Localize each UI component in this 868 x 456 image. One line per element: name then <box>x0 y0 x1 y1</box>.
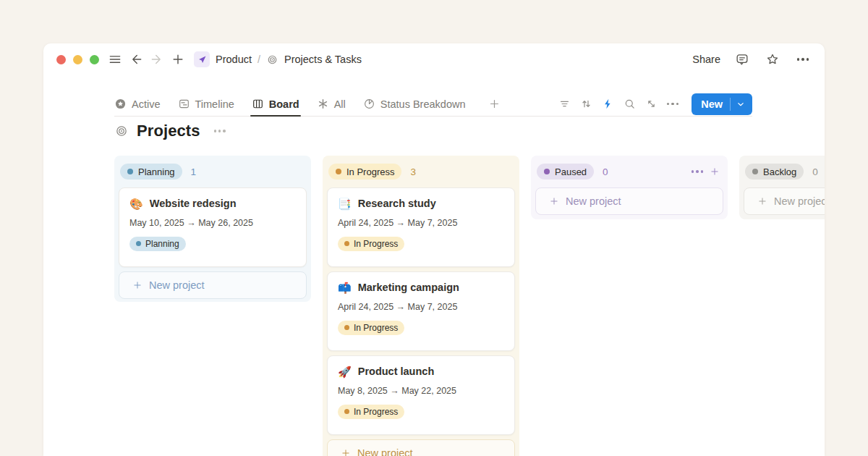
new-page-plus-icon[interactable] <box>169 51 187 68</box>
plus-icon <box>341 448 351 456</box>
new-project-button[interactable]: New project <box>327 439 515 456</box>
status-dot-icon <box>544 169 550 174</box>
search-icon[interactable] <box>621 96 638 113</box>
column-header: Paused 0 <box>537 161 722 182</box>
new-project-button[interactable]: New project <box>119 271 307 299</box>
page-target-icon <box>266 54 278 66</box>
card-emoji-icon: 🚀 <box>338 366 352 377</box>
status-badge: Backlog <box>745 164 804 180</box>
board-icon <box>252 98 264 110</box>
status-dot-icon <box>344 409 349 414</box>
sidebar-menu-icon[interactable] <box>106 51 124 68</box>
app-window: Product / Projects & Tasks Share Active <box>43 43 825 456</box>
column-count: 1 <box>191 166 197 177</box>
card-date-range: May 10, 2025 → May 26, 2025 <box>129 218 296 228</box>
status-dot-icon <box>752 169 758 174</box>
projects-target-icon <box>114 124 129 138</box>
column-count: 0 <box>812 166 818 177</box>
card-title[interactable]: Website redesign <box>150 198 237 209</box>
card-date-range: April 24, 2025 → May 7, 2025 <box>338 302 504 312</box>
workspace-logo-icon[interactable] <box>194 51 210 67</box>
status-dot-icon <box>136 241 141 246</box>
tab-all[interactable]: All <box>317 92 346 116</box>
status-badge: Paused <box>537 164 594 180</box>
back-arrow-icon[interactable] <box>127 51 145 68</box>
screenshot-canvas: Product / Projects & Tasks Share Active <box>0 0 868 456</box>
favorite-star-icon[interactable] <box>764 51 781 68</box>
close-window-button[interactable] <box>56 55 66 64</box>
asterisk-icon <box>317 98 329 110</box>
plus-icon <box>132 280 142 290</box>
kanban-board: Planning 1 🎨 Website redesign May 10, 20… <box>43 156 825 456</box>
status-dot-icon <box>344 241 349 246</box>
page-title: Projects <box>137 122 200 140</box>
card-date-range: May 8, 2025 → May 22, 2025 <box>338 386 504 396</box>
forward-arrow-icon[interactable] <box>148 51 166 68</box>
new-project-button[interactable]: New project <box>535 187 723 215</box>
card-emoji-icon: 📫 <box>338 282 352 293</box>
card-status-badge: Planning <box>129 237 186 251</box>
status-badge: Planning <box>120 164 182 180</box>
card-title[interactable]: Marketing campaign <box>358 282 459 293</box>
card-emoji-icon: 📑 <box>338 198 352 209</box>
project-card[interactable]: 📑 Research study April 24, 2025 → May 7,… <box>327 187 515 267</box>
project-card[interactable]: 🚀 Product launch May 8, 2025 → May 22, 2… <box>327 355 515 435</box>
comments-icon[interactable] <box>733 51 751 68</box>
column-count: 0 <box>603 166 608 177</box>
pie-chart-icon <box>363 98 375 110</box>
column-count: 3 <box>410 166 416 177</box>
breadcrumb-workspace[interactable]: Product <box>216 54 252 65</box>
new-button[interactable]: New <box>692 93 752 115</box>
bolt-icon[interactable] <box>599 96 616 113</box>
column-backlog: Backlog 0 New project <box>739 156 825 219</box>
tab-status-breakdown[interactable]: Status Breakdown <box>363 92 466 116</box>
window-controls <box>56 55 99 64</box>
column-header: Planning 1 <box>120 161 305 182</box>
zoom-window-button[interactable] <box>90 55 99 64</box>
chevron-down-icon[interactable] <box>731 99 752 109</box>
minimize-window-button[interactable] <box>73 55 82 64</box>
plus-icon <box>757 196 767 206</box>
project-card[interactable]: 🎨 Website redesign May 10, 2025 → May 26… <box>119 187 307 267</box>
filter-icon[interactable] <box>556 96 573 113</box>
column-add-icon[interactable] <box>707 164 722 179</box>
column-paused: Paused 0 New project <box>531 156 728 219</box>
new-project-button[interactable]: New project <box>744 187 825 215</box>
column-header: In Progress 3 <box>328 161 514 182</box>
card-status-badge: In Progress <box>338 321 404 335</box>
status-badge: In Progress <box>328 164 401 180</box>
titlebar: Product / Projects & Tasks Share <box>43 43 825 75</box>
breadcrumb-separator: / <box>258 54 260 65</box>
timeline-icon <box>178 98 190 110</box>
board-title-row: Projects <box>114 122 229 140</box>
card-status-badge: In Progress <box>338 405 404 419</box>
column-in-progress: In Progress 3 📑 Research study April 24,… <box>323 156 519 456</box>
breadcrumb-page[interactable]: Projects & Tasks <box>284 54 362 65</box>
card-date-range: April 24, 2025 → May 7, 2025 <box>338 218 504 228</box>
card-title[interactable]: Product launch <box>358 366 435 377</box>
status-dot-icon <box>127 169 133 174</box>
tab-board[interactable]: Board <box>252 92 299 116</box>
card-status-badge: In Progress <box>338 237 404 251</box>
column-planning: Planning 1 🎨 Website redesign May 10, 20… <box>114 156 311 302</box>
sort-icon[interactable] <box>577 96 595 113</box>
tab-active[interactable]: Active <box>114 92 161 116</box>
column-header: Backlog 0 <box>745 161 825 182</box>
project-card[interactable]: 📫 Marketing campaign April 24, 2025 → Ma… <box>327 271 515 351</box>
breadcrumb: Product / Projects & Tasks <box>194 51 362 67</box>
column-more-icon[interactable] <box>690 164 705 179</box>
status-dot-icon <box>336 169 341 174</box>
tab-timeline[interactable]: Timeline <box>178 92 234 116</box>
title-more-icon[interactable] <box>211 122 229 140</box>
card-title[interactable]: Research study <box>358 198 436 209</box>
plus-icon <box>549 196 559 206</box>
expand-icon[interactable] <box>642 96 660 113</box>
view-more-icon[interactable] <box>664 96 681 113</box>
more-options-icon[interactable] <box>794 51 812 68</box>
view-tabbar: Active Timeline Board All Status Breakdo… <box>114 92 752 117</box>
star-circle-icon <box>114 98 127 110</box>
share-button[interactable]: Share <box>692 54 720 65</box>
status-dot-icon <box>344 325 349 330</box>
add-view-icon[interactable] <box>485 96 503 113</box>
card-emoji-icon: 🎨 <box>129 198 143 209</box>
